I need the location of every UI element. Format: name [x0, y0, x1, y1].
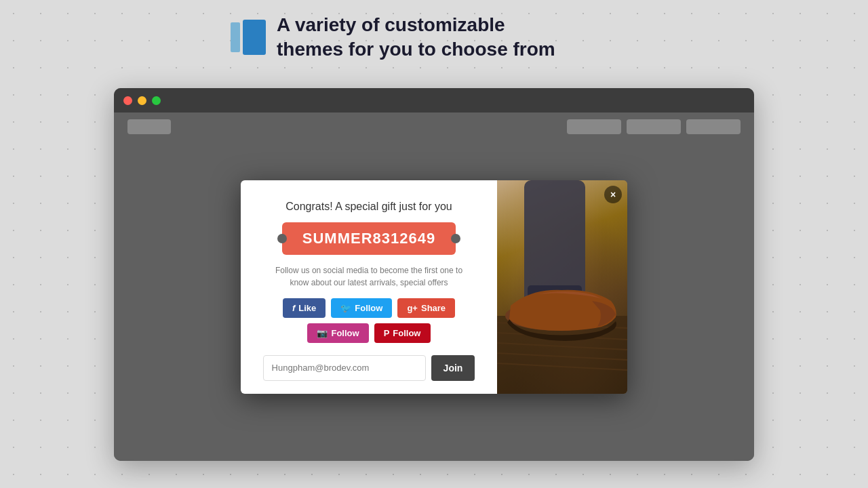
header-title: A variety of customizable themes for you…: [277, 13, 555, 62]
browser-titlebar: [114, 88, 754, 113]
instagram-icon: 📷: [317, 328, 328, 338]
traffic-light-green[interactable]: [152, 96, 161, 105]
email-input[interactable]: [263, 355, 426, 381]
googleplus-share-label: Share: [421, 303, 446, 313]
facebook-like-label: Like: [298, 303, 316, 313]
modal-product-image: [497, 180, 627, 394]
pinterest-follow-label: Follow: [393, 328, 420, 338]
browser-content: Congrats! A special gift just for you SU…: [114, 113, 754, 461]
modal-congrats-text: Congrats! A special gift just for you: [285, 201, 452, 213]
modal-left-panel: Congrats! A special gift just for you SU…: [241, 180, 497, 394]
pinterest-icon: P: [384, 328, 390, 338]
traffic-light-red[interactable]: [123, 96, 132, 105]
social-row-1: f Like 🐦 Follow g+ Share: [283, 298, 455, 318]
modal-dialog: Congrats! A special gift just for you SU…: [241, 180, 627, 394]
logo-icon: [231, 20, 266, 55]
coupon-code: SUMMER8312649: [302, 230, 435, 247]
twitter-icon: 🐦: [340, 303, 351, 313]
close-icon: ×: [610, 189, 616, 200]
browser-window: Congrats! A special gift just for you SU…: [114, 88, 754, 461]
social-row-2: 📷 Follow P Follow: [307, 323, 430, 343]
modal-backdrop: Congrats! A special gift just for you SU…: [114, 113, 754, 461]
modal-close-button[interactable]: ×: [604, 186, 622, 203]
follow-description: Follow us on social media to become the …: [275, 264, 462, 289]
instagram-follow-label: Follow: [331, 328, 359, 338]
facebook-icon: f: [292, 303, 295, 313]
googleplus-icon: g+: [407, 303, 418, 313]
twitter-follow-label: Follow: [355, 303, 382, 313]
instagram-follow-button[interactable]: 📷 Follow: [307, 323, 368, 343]
pinterest-follow-button[interactable]: P Follow: [374, 323, 431, 343]
top-header: A variety of customizable themes for you…: [0, 0, 868, 75]
coupon-box: SUMMER8312649: [282, 222, 456, 255]
join-button[interactable]: Join: [431, 355, 475, 381]
traffic-light-yellow[interactable]: [138, 96, 146, 105]
facebook-like-button[interactable]: f Like: [283, 298, 326, 318]
modal-right-panel: ×: [497, 180, 627, 394]
shoe-svg: [497, 180, 627, 394]
email-join-row: Join: [257, 355, 481, 381]
googleplus-share-button[interactable]: g+ Share: [397, 298, 455, 318]
twitter-follow-button[interactable]: 🐦 Follow: [331, 298, 392, 318]
